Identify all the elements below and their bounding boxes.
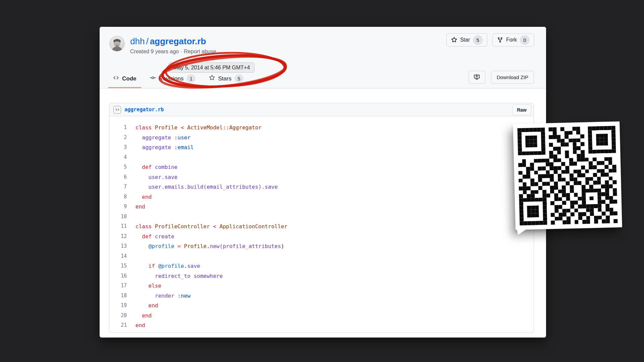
- line-number: 7: [109, 182, 127, 192]
- line-content: user.emails.build(email_attributes).save: [127, 182, 278, 192]
- code-lines: 1class Profile < ActiveModel::Aggregator…: [109, 116, 534, 333]
- line-content: redirect_to somewhere: [127, 271, 223, 281]
- fork-count-badge: 0: [520, 35, 530, 45]
- desktop-download-icon: [474, 74, 480, 81]
- embed-download-button[interactable]: [469, 71, 485, 84]
- gist-window: dhh/aggregator.rb Created 9 years ago·Re…: [100, 27, 546, 338]
- tab-code[interactable]: Code: [108, 74, 141, 88]
- code-line: 5 def combine: [109, 162, 534, 172]
- gist-identity: dhh/aggregator.rb Created 9 years ago·Re…: [109, 36, 216, 55]
- timestamp-text: May 5, 2014 at 5:46 PM GMT+4: [173, 65, 250, 71]
- line-number: 4: [109, 153, 127, 163]
- fork-icon: [497, 37, 503, 43]
- line-number: 11: [109, 222, 127, 232]
- tab-revisions-label: Revisions: [159, 75, 184, 82]
- line-content: [127, 153, 136, 163]
- code-line: 1class Profile < ActiveModel::Aggregator: [109, 123, 534, 133]
- revisions-icon: [150, 75, 156, 82]
- code-line: 6 user.save: [109, 172, 534, 182]
- line-content: end: [127, 192, 152, 202]
- code-line: 21end: [109, 320, 534, 330]
- code-line: 15 if @profile.save: [109, 261, 534, 271]
- line-number: 12: [109, 232, 127, 242]
- line-number: 14: [109, 251, 127, 261]
- tab-revisions[interactable]: Revisions 1: [145, 74, 201, 88]
- code-line: 8 end: [109, 192, 534, 202]
- file-box: aggregator.rb Raw 1class Profile < Activ…: [109, 103, 534, 333]
- line-content: end: [127, 301, 158, 311]
- created-text: Created 9 years ago: [130, 49, 179, 54]
- code-line: 4: [109, 153, 534, 163]
- line-number: 10: [109, 212, 127, 222]
- line-content: end: [127, 202, 145, 212]
- tab-stars-count: 5: [234, 74, 244, 83]
- fork-button[interactable]: Fork 0: [492, 33, 534, 47]
- line-content: end: [127, 311, 152, 321]
- file-code-icon: [113, 106, 121, 114]
- owner-link[interactable]: dhh: [130, 36, 145, 46]
- file-name-link[interactable]: aggregator.rb: [124, 107, 164, 113]
- line-number: 8: [109, 192, 127, 202]
- line-content: @profile = Profile.new(profile_attribute…: [127, 241, 284, 251]
- code-line: 11class ProfileController < ApplicationC…: [109, 222, 534, 232]
- code-line: 3 aggregate :email: [109, 142, 534, 153]
- code-line: 20 end: [109, 311, 534, 321]
- code-line: 19 end: [109, 301, 534, 311]
- code-line: 17 else: [109, 281, 534, 291]
- line-number: 6: [109, 172, 127, 182]
- line-number: 15: [109, 261, 127, 271]
- gist-header: dhh/aggregator.rb Created 9 years ago·Re…: [100, 27, 546, 88]
- tab-revisions-count: 1: [186, 74, 196, 83]
- line-number: 19: [109, 301, 127, 311]
- star-icon: [451, 37, 457, 43]
- code-line: 2 aggregate :user: [109, 133, 534, 143]
- line-number: 2: [109, 133, 127, 143]
- code-line: 16 redirect_to somewhere: [109, 271, 534, 281]
- file-header: aggregator.rb Raw: [109, 103, 534, 116]
- page-title: dhh/aggregator.rb: [130, 36, 216, 46]
- raw-button-label: Raw: [517, 107, 527, 113]
- star-button-label: Star: [460, 37, 470, 43]
- line-content: end: [127, 320, 145, 330]
- line-content: else: [127, 281, 161, 291]
- star-button[interactable]: Star 5: [446, 33, 487, 47]
- line-number: 20: [109, 311, 127, 321]
- line-number: 17: [109, 281, 127, 291]
- line-content: aggregate :email: [127, 142, 194, 153]
- line-content: render :new: [127, 291, 191, 301]
- tab-stars[interactable]: Stars 5: [204, 74, 248, 88]
- download-zip-label: Download ZIP: [497, 74, 528, 80]
- line-content: [127, 212, 136, 222]
- code-line: 13 @profile = Profile.new(profile_attrib…: [109, 241, 534, 251]
- gist-content: aggregator.rb Raw 1class Profile < Activ…: [100, 88, 546, 338]
- line-number: 3: [109, 142, 127, 153]
- star-count-badge: 5: [473, 35, 483, 45]
- code-line: 7 user.emails.build(email_attributes).sa…: [109, 182, 534, 192]
- line-content: def create: [127, 232, 174, 242]
- code-line: 14: [109, 251, 534, 261]
- code-icon: [113, 75, 119, 82]
- header-actions: Download ZIP: [469, 71, 534, 84]
- line-number: 16: [109, 271, 127, 281]
- avatar[interactable]: [109, 36, 125, 52]
- code-line: 18 render :new: [109, 291, 534, 301]
- qr-code-sticker: [513, 121, 622, 230]
- code-line: 10: [109, 212, 534, 222]
- line-content: if @profile.save: [127, 261, 200, 271]
- line-number: 5: [109, 162, 127, 172]
- line-content: class Profile < ActiveModel::Aggregator: [127, 123, 262, 133]
- download-zip-button[interactable]: Download ZIP: [491, 71, 534, 84]
- line-number: 13: [109, 241, 127, 251]
- tab-stars-label: Stars: [218, 75, 231, 82]
- avatar-photo: [109, 36, 125, 51]
- report-abuse-link[interactable]: Report abuse: [184, 49, 216, 54]
- raw-button[interactable]: Raw: [512, 105, 531, 115]
- line-number: 9: [109, 202, 127, 212]
- gist-tabs: Code Revisions 1 Stars 5: [108, 74, 248, 88]
- code-line: 12 def create: [109, 232, 534, 242]
- subtitle-dot: ·: [179, 49, 184, 54]
- tab-code-label: Code: [122, 75, 137, 82]
- code-line: 9end: [109, 202, 534, 212]
- line-number: 21: [109, 320, 127, 330]
- gist-name-link[interactable]: aggregator.rb: [150, 36, 206, 46]
